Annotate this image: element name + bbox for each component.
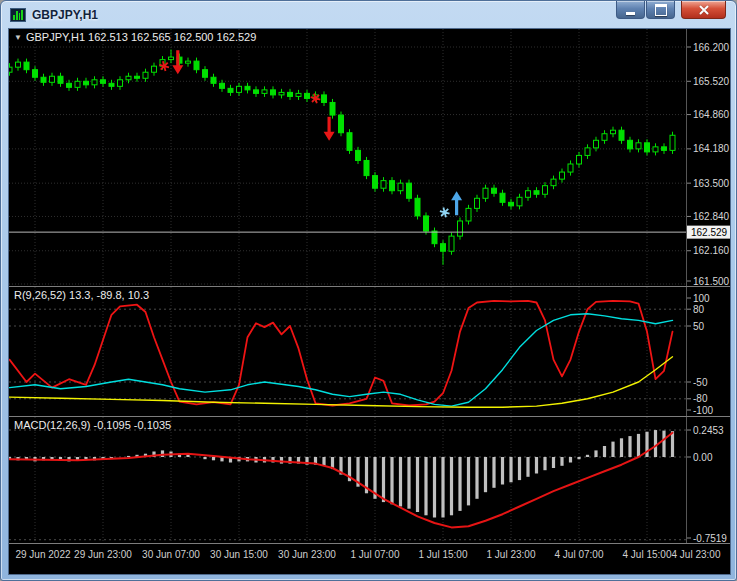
level-lines: [9, 309, 686, 399]
title-bar[interactable]: GBPJPY,H1: [1, 1, 736, 29]
main-chart-panel: 166.200165.520164.860164.180163.500162.8…: [9, 29, 730, 287]
svg-text:-50: -50: [693, 377, 708, 388]
svg-text:80: 80: [693, 304, 705, 315]
svg-text:50: 50: [693, 321, 705, 332]
chart-window: GBPJPY,H1 166.200165.520164.860164.18016…: [0, 0, 737, 581]
svg-text:-100: -100: [693, 405, 713, 416]
time-label: 30 Jun 23:00: [278, 549, 336, 560]
svg-text:100: 100: [693, 293, 710, 304]
svg-text:164.860: 164.860: [693, 109, 730, 120]
time-label: 4 Jul 07:00: [555, 549, 604, 560]
time-label: 30 Jun 07:00: [142, 549, 200, 560]
chart-icon: [10, 8, 26, 22]
macd-scale[interactable]: 0.24530.00-0.7519: [687, 425, 727, 544]
indicator-oscillator-chart[interactable]: 1008050-50-80-100: [9, 287, 730, 417]
time-label: 1 Jul 23:00: [487, 549, 536, 560]
svg-text:0.00: 0.00: [693, 452, 713, 463]
time-label: 29 Jun 2022: [15, 549, 70, 560]
current-price-box: 162.529: [687, 226, 730, 239]
indicator1-scale[interactable]: 1008050-50-80-100: [687, 293, 713, 416]
main-price-chart[interactable]: 166.200165.520164.860164.180163.500162.8…: [9, 29, 730, 287]
minimize-icon: [626, 12, 635, 15]
svg-text:162.840: 162.840: [693, 211, 730, 222]
maximize-button[interactable]: [646, 1, 675, 19]
time-label: 4 Jul 23:00: [672, 549, 721, 560]
macd-histogram: [10, 430, 673, 517]
svg-text:-80: -80: [693, 393, 708, 404]
indicator-lines: [10, 301, 673, 407]
svg-text:164.180: 164.180: [693, 143, 730, 154]
close-icon: [698, 4, 710, 16]
window-title: GBPJPY,H1: [32, 8, 98, 22]
svg-text:161.500: 161.500: [693, 276, 730, 287]
indicator1-panel: 1008050-50-80-100 R(9,26,52) 13.3, -89.8…: [9, 287, 730, 417]
time-label: 1 Jul 07:00: [351, 549, 400, 560]
svg-text:166.200: 166.200: [693, 42, 730, 53]
svg-text:165.520: 165.520: [693, 76, 730, 87]
svg-text:163.500: 163.500: [693, 178, 730, 189]
svg-text:0.2453: 0.2453: [693, 425, 724, 436]
price-scale[interactable]: 166.200165.520164.860164.180163.500162.8…: [687, 42, 730, 287]
window-controls: [615, 1, 726, 19]
svg-text:162.160: 162.160: [693, 245, 730, 256]
svg-text:-0.7519: -0.7519: [693, 533, 727, 544]
grid: [35, 417, 647, 542]
time-label: 30 Jun 15:00: [210, 549, 268, 560]
time-label: 4 Jul 15:00: [623, 549, 672, 560]
macd-chart[interactable]: 0.24530.00-0.7519: [9, 417, 730, 544]
chart-client-area: 166.200165.520164.860164.180163.500162.8…: [9, 29, 730, 574]
indicator2-panel: 0.24530.00-0.7519 MACD(12,26,9) -0.1095 …: [9, 417, 730, 544]
minimize-button[interactable]: [616, 1, 645, 19]
level-lines: [9, 430, 686, 540]
time-axis[interactable]: 29 Jun 202229 Jun 23:0030 Jun 07:0030 Ju…: [9, 544, 730, 574]
svg-text:162.529: 162.529: [691, 227, 728, 238]
maximize-icon: [655, 4, 667, 16]
grid: [9, 29, 686, 285]
close-button[interactable]: [681, 1, 726, 19]
macd-signal-line: [10, 433, 673, 528]
time-label: 29 Jun 23:00: [74, 549, 132, 560]
time-label: 1 Jul 15:00: [419, 549, 468, 560]
